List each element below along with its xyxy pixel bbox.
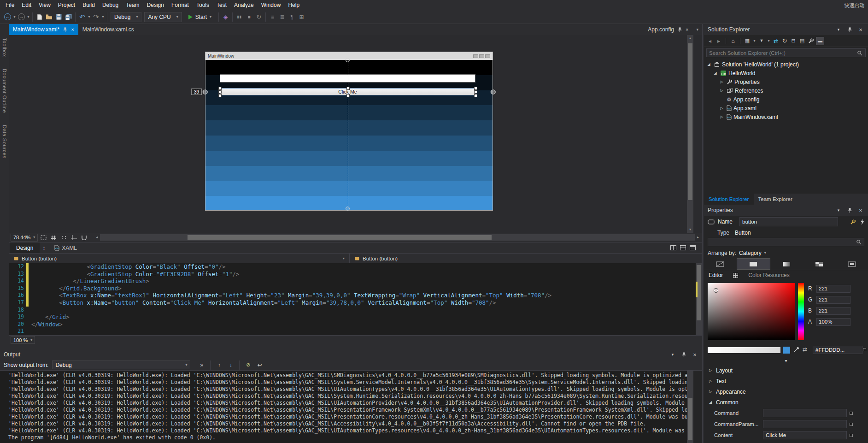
next-message-icon[interactable]: ↓ [226, 360, 235, 370]
preview-selected-items-icon[interactable]: ▬ [816, 37, 824, 45]
navigate-back-icon[interactable]: ← [3, 12, 12, 22]
switch-views-icon[interactable]: ▦ [744, 37, 751, 45]
events-view-bolt-icon[interactable] [860, 219, 864, 225]
tree-item-mainwindow-xaml[interactable]: ▷<>MainWindow.xaml [704, 112, 868, 121]
design-surface[interactable]: MainWindow Click Me 39 ▲ ▼ [9, 35, 702, 233]
chevron-down-icon[interactable]: ▾ [835, 207, 842, 214]
code-line-19[interactable]: 19 </Grid> [9, 313, 702, 321]
tab-app-config[interactable]: App.config × [644, 24, 692, 35]
undo-icon[interactable]: ↶ [77, 12, 87, 22]
properties-header[interactable]: Properties ▾× [704, 205, 868, 216]
xaml-editor[interactable]: 12 <GradientStop Color="Black" Offset="0… [9, 263, 702, 335]
tree-item-solution-helloworld-1-project[interactable]: ◢Solution 'HelloWorld' (1 project) [704, 60, 868, 69]
search-icon[interactable] [857, 50, 862, 56]
dropdown-caret-icon[interactable]: ▾ [12, 15, 17, 19]
show-guides-icon[interactable] [69, 232, 79, 242]
property-marker[interactable] [850, 434, 853, 437]
menu-item-view[interactable]: View [35, 0, 54, 10]
chevron-down-icon[interactable]: ▾ [835, 26, 842, 33]
scrollbar-track[interactable] [100, 234, 695, 241]
close-icon[interactable]: × [857, 207, 864, 214]
solution-explorer-search-input[interactable] [706, 48, 866, 57]
selection-handle[interactable] [474, 90, 477, 94]
snap-to-gridlines-icon[interactable] [59, 232, 69, 242]
tab-mainwindow-xaml[interactable]: MainWindow.xaml* × [9, 24, 78, 35]
eyedropper-icon[interactable] [793, 347, 799, 353]
tree-item-properties[interactable]: ▷Properties [704, 77, 868, 86]
anchor-chain-icon[interactable] [202, 89, 208, 95]
goto-message-icon[interactable]: » [197, 360, 206, 370]
menu-item-project[interactable]: Project [54, 0, 79, 10]
dropdown-caret-icon[interactable]: ▾ [767, 39, 771, 43]
pin-icon[interactable] [677, 27, 682, 32]
swap-colors-icon[interactable]: ⇄ [803, 347, 807, 352]
close-icon[interactable]: × [686, 27, 688, 32]
designer-horizontal-scrollbar[interactable]: ◄ ► [94, 234, 701, 241]
hex-color-field[interactable]: #FFDDDD... [813, 346, 862, 354]
tab-editor[interactable]: Editor [709, 272, 723, 278]
solution-configurations-select[interactable]: Debug▾ [111, 12, 141, 22]
pin-icon[interactable] [63, 27, 68, 32]
channel-value-field[interactable]: 100% [816, 318, 850, 326]
zoom-fit-icon[interactable] [39, 232, 48, 242]
expand-pane-icon[interactable] [690, 245, 696, 250]
current-color-swatch[interactable] [708, 347, 780, 353]
panel-tab-team-explorer[interactable]: Team Explorer [754, 194, 797, 205]
property-value-field[interactable]: Click Me [763, 431, 847, 439]
restart-icon[interactable]: ↻ [254, 12, 264, 22]
channel-value-field[interactable]: 221 [816, 296, 850, 304]
selection-handle[interactable] [346, 87, 350, 90]
tab-overflow-icon[interactable]: ▾ [696, 27, 698, 32]
selection-handle[interactable] [474, 94, 477, 97]
code-line-17[interactable]: 17 <Button x:Name="button" Content="Clic… [9, 299, 702, 307]
output-log[interactable]: 'HelloWorld.exe' (CLR v4.0.30319: HelloW… [0, 371, 687, 443]
xaml-view-tab[interactable]: <> XAML [48, 242, 83, 253]
collapse-all-icon[interactable]: ⊟ [790, 37, 797, 45]
solution-explorer-header[interactable]: Solution Explorer ▾× [704, 24, 868, 35]
show-all-files-icon[interactable]: ▤ [798, 37, 806, 45]
code-line-13[interactable]: 13 <GradientStop Color="#FF3E92D8" Offse… [9, 271, 702, 278]
design-view-tab[interactable]: Design [10, 242, 40, 253]
menu-item-test[interactable]: Test [213, 0, 230, 10]
channel-value-field[interactable]: 221 [816, 285, 850, 293]
home-icon[interactable]: ⌂ [729, 37, 737, 45]
properties-search-input[interactable] [708, 238, 864, 246]
swap-panes-icon[interactable]: ↕ [42, 245, 45, 251]
property-marker[interactable] [850, 412, 853, 415]
menu-item-team[interactable]: Team [122, 0, 143, 10]
property-marker[interactable] [850, 423, 853, 426]
scroll-up-icon[interactable]: ▲ [687, 35, 693, 41]
brush-tab-brush-resource[interactable] [835, 258, 868, 270]
close-icon[interactable]: × [691, 351, 698, 358]
menu-item-format[interactable]: Format [168, 0, 193, 10]
designer-window-preview[interactable]: MainWindow Click Me 39 [205, 52, 493, 211]
expander-icon[interactable]: ▷ [719, 106, 725, 110]
channel-value-field[interactable]: 221 [816, 307, 850, 315]
pending-changes-filter-icon[interactable]: ▼ [758, 37, 765, 45]
expander-icon[interactable]: ▷ [719, 89, 725, 93]
code-line-18[interactable]: 18 [9, 307, 702, 314]
pin-icon[interactable] [846, 207, 853, 214]
prev-message-icon[interactable]: ↑ [214, 360, 224, 370]
anchor-ring-top[interactable] [346, 58, 350, 62]
selection-handle[interactable] [218, 87, 222, 90]
application-insights-icon[interactable]: ◈ [221, 12, 230, 22]
panel-tab-solution-explorer[interactable]: Solution Explorer [704, 194, 754, 205]
swatch-grid-icon[interactable] [733, 273, 738, 278]
property-value-field[interactable] [763, 409, 847, 417]
scroll-right-icon[interactable]: ► [695, 234, 701, 241]
selection-handle[interactable] [218, 94, 222, 97]
scrollbar-thumb[interactable] [188, 235, 492, 240]
breadcrumb-left-dropdown[interactable]: Button (button) ▾ [9, 254, 350, 263]
uncomment-icon[interactable]: ≣ [277, 12, 287, 22]
code-line-14[interactable]: 14 </LinearGradientBrush> [9, 278, 702, 285]
scroll-down-icon[interactable]: ▼ [687, 226, 693, 233]
brush-tab-gradient-brush[interactable] [770, 258, 803, 270]
menu-item-analyze[interactable]: Analyze [230, 0, 258, 10]
expander-icon[interactable]: ▷ [719, 80, 725, 84]
editor-vertical-scrollbar[interactable] [696, 263, 702, 335]
breadcrumb-right-dropdown[interactable]: Button (button) [350, 254, 702, 263]
close-icon[interactable]: × [71, 27, 74, 32]
selection-handle[interactable] [474, 87, 477, 90]
horizontal-splitter[interactable] [0, 344, 702, 349]
